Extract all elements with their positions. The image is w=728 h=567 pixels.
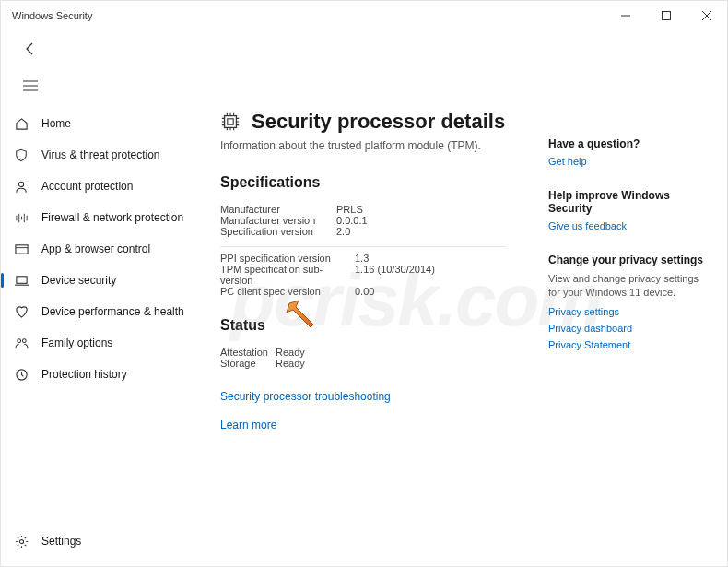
troubleshooting-link[interactable]: Security processor troubleshooting xyxy=(220,390,391,403)
status-table: AttestationReady StorageReady xyxy=(220,347,521,369)
app-icon xyxy=(14,242,29,256)
sidebar-item-label: Protection history xyxy=(41,368,127,381)
spec-label: TPM specification sub-version xyxy=(220,264,355,286)
spec-row: Manufacturer version0.0.0.1 xyxy=(220,215,521,226)
svg-point-1 xyxy=(18,182,23,186)
svg-rect-9 xyxy=(228,119,233,124)
privacy-dashboard-link[interactable]: Privacy dashboard xyxy=(548,323,705,334)
sidebar-item-family[interactable]: Family options xyxy=(1,327,193,359)
content: Security processor details Information a… xyxy=(220,106,521,566)
svg-rect-0 xyxy=(663,12,671,20)
gear-icon xyxy=(14,534,29,549)
status-heading: Status xyxy=(220,317,521,334)
spec-label: PC client spec version xyxy=(220,286,355,297)
sidebar-item-label: Device security xyxy=(41,274,116,287)
spec-value: PRLS xyxy=(336,204,363,215)
maximize-button[interactable] xyxy=(646,1,687,30)
status-row: AttestationReady xyxy=(220,347,521,358)
specs-group1: ManufacturerPRLS Manufacturer version0.0… xyxy=(220,204,521,237)
page-title-row: Security processor details xyxy=(220,110,521,134)
sidebar-item-label: Device performance & health xyxy=(41,305,184,318)
spec-row: ManufacturerPRLS xyxy=(220,204,521,215)
sidebar-item-label: Firewall & network protection xyxy=(41,211,183,224)
antenna-icon xyxy=(14,210,29,225)
topbar xyxy=(1,30,727,106)
sidebar-item-firewall[interactable]: Firewall & network protection xyxy=(1,202,193,233)
improve-section: Help improve Windows Security Give us fe… xyxy=(548,189,705,231)
spec-label: PPI specification version xyxy=(220,253,355,264)
app-window: Windows Security Home Virus & threat pro xyxy=(0,0,728,567)
sidebar-item-home[interactable]: Home xyxy=(1,108,193,139)
learn-more-link[interactable]: Learn more xyxy=(220,419,276,431)
svg-point-5 xyxy=(22,338,26,342)
sidebar-item-performance[interactable]: Device performance & health xyxy=(1,296,193,327)
spec-value: 1.16 (10/30/2014) xyxy=(355,264,435,286)
close-button[interactable] xyxy=(687,1,727,30)
home-icon xyxy=(14,116,29,131)
privacy-section: Change your privacy settings View and ch… xyxy=(548,254,705,350)
page-subtitle: Information about the trusted platform m… xyxy=(220,139,521,152)
window-title: Windows Security xyxy=(12,10,605,21)
page-title: Security processor details xyxy=(252,110,505,134)
shield-icon xyxy=(14,148,29,162)
status-value: Ready xyxy=(276,358,305,369)
sidebar-item-history[interactable]: Protection history xyxy=(1,359,193,390)
privacy-settings-link[interactable]: Privacy settings xyxy=(548,306,705,317)
sidebar-item-label: Home xyxy=(41,117,71,130)
svg-rect-8 xyxy=(225,116,237,128)
titlebar: Windows Security xyxy=(1,1,727,30)
cursor-arrow-icon xyxy=(286,300,317,335)
spec-value: 0.00 xyxy=(355,286,374,297)
svg-rect-2 xyxy=(15,244,27,253)
window-controls xyxy=(605,1,727,30)
spec-value: 0.0.0.1 xyxy=(336,215,368,226)
spec-label: Manufacturer version xyxy=(220,215,336,226)
sidebar-item-device-security[interactable]: Device security xyxy=(1,265,193,296)
person-icon xyxy=(14,179,29,194)
specs-heading: Specifications xyxy=(220,174,521,191)
sidebar-item-label: App & browser control xyxy=(41,242,150,255)
sidebar-item-label: Settings xyxy=(41,535,81,548)
spec-row: PC client spec version0.00 xyxy=(220,286,521,297)
sidebar-item-label: Virus & threat protection xyxy=(41,148,160,161)
get-help-link[interactable]: Get help xyxy=(548,156,705,167)
sidebar-item-settings[interactable]: Settings xyxy=(1,526,193,557)
privacy-statement-link[interactable]: Privacy Statement xyxy=(548,339,705,350)
sidebar-item-app-browser[interactable]: App & browser control xyxy=(1,233,193,265)
status-label: Attestation xyxy=(220,347,276,358)
status-label: Storage xyxy=(220,358,276,369)
history-icon xyxy=(14,367,29,382)
spec-value: 1.3 xyxy=(355,253,369,264)
spec-label: Specification version xyxy=(220,226,336,237)
spec-label: Manufacturer xyxy=(220,204,336,215)
sidebar-item-virus[interactable]: Virus & threat protection xyxy=(1,139,193,171)
chip-icon xyxy=(220,112,241,132)
family-icon xyxy=(14,336,29,350)
hamburger-button[interactable] xyxy=(18,73,43,99)
heart-icon xyxy=(14,304,29,319)
sidebar: Home Virus & threat protection Account p… xyxy=(1,106,193,566)
sidebar-item-account[interactable]: Account protection xyxy=(1,171,193,202)
spec-row: Specification version2.0 xyxy=(220,226,521,237)
minimize-button[interactable] xyxy=(605,1,646,30)
sidebar-item-label: Account protection xyxy=(41,180,133,193)
sidebar-footer: Settings xyxy=(1,526,193,566)
spec-row: PPI specification version1.3 xyxy=(220,253,521,264)
right-panel: Have a question? Get help Help improve W… xyxy=(548,106,705,566)
sidebar-item-label: Family options xyxy=(41,337,112,349)
divider xyxy=(220,246,506,247)
privacy-title: Change your privacy settings xyxy=(548,254,705,266)
svg-point-7 xyxy=(19,539,23,543)
spec-row: TPM specification sub-version1.16 (10/30… xyxy=(220,264,521,286)
sidebar-items: Home Virus & threat protection Account p… xyxy=(1,108,193,526)
back-button[interactable] xyxy=(18,36,43,62)
question-section: Have a question? Get help xyxy=(548,137,705,167)
status-section: Status AttestationReady StorageReady Sec… xyxy=(220,317,521,444)
body: Home Virus & threat protection Account p… xyxy=(1,106,727,566)
svg-rect-3 xyxy=(16,276,26,283)
feedback-link[interactable]: Give us feedback xyxy=(548,220,705,231)
question-title: Have a question? xyxy=(548,137,705,150)
specs-group2: PPI specification version1.3 TPM specifi… xyxy=(220,253,521,297)
privacy-text: View and change privacy settings for you… xyxy=(548,272,705,301)
laptop-icon xyxy=(14,273,29,288)
